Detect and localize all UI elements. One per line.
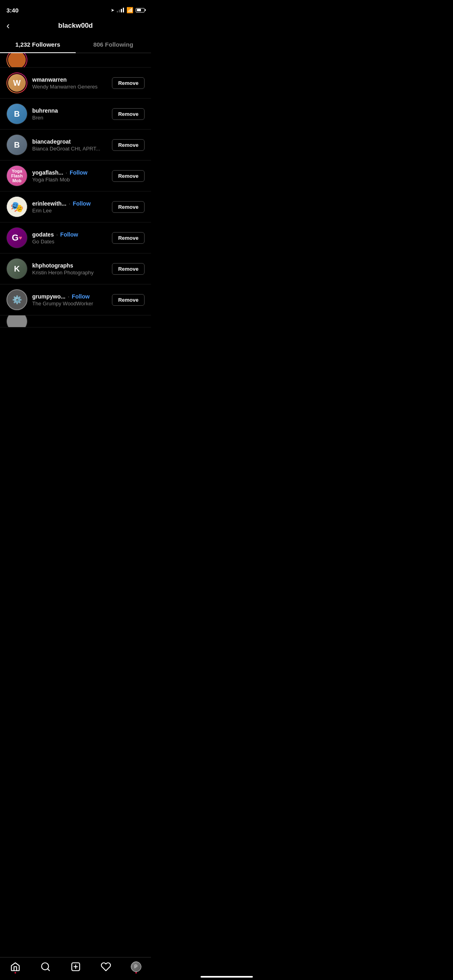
follower-list: W wmanwarren Wendy Manwarren Generes Rem… (0, 68, 151, 327)
avatar: K (6, 258, 27, 279)
remove-button[interactable]: Remove (112, 294, 145, 306)
username[interactable]: wmanwarren (32, 76, 67, 83)
follow-button[interactable]: Follow (60, 231, 78, 238)
list-item: G♥ godates · Follow Go Dates Remove (0, 222, 151, 253)
location-icon: ➤ (111, 8, 114, 13)
full-name: Wendy Manwarren Generes (32, 84, 107, 90)
battery-icon (136, 8, 145, 12)
username[interactable]: yogaflash... (32, 169, 63, 176)
follow-button[interactable]: Follow (73, 200, 91, 207)
list-item: W wmanwarren Wendy Manwarren Generes Rem… (0, 68, 151, 99)
full-name: The Grumpy WoodWorker (32, 301, 107, 307)
signal-icon (117, 8, 124, 12)
list-item: Yoga Flash Mob yogaflash... · Follow Yog… (0, 161, 151, 191)
full-name: Erin Lee (32, 208, 107, 214)
avatar: Yoga Flash Mob (6, 165, 27, 186)
user-info: biancadegroat Bianca DeGroat CHt, APRT..… (32, 138, 107, 152)
username[interactable]: buhrenna (32, 107, 58, 114)
page-title: blackw00d (58, 22, 93, 30)
remove-button[interactable]: Remove (112, 263, 145, 275)
avatar: 🎭 (6, 196, 27, 217)
avatar: G♥ (6, 227, 27, 248)
follow-button[interactable]: Follow (72, 293, 89, 300)
username[interactable]: grumpywo... (32, 293, 65, 300)
remove-button[interactable]: Remove (112, 77, 145, 89)
list-item: B buhrenna Bren Remove (0, 99, 151, 130)
status-icons: ➤ 📶 (111, 7, 145, 13)
wifi-icon: 📶 (126, 7, 133, 13)
remove-button[interactable]: Remove (112, 201, 145, 213)
tabs-container: 1,232 Followers 806 Following (0, 36, 151, 53)
list-item: B biancadegroat Bianca DeGroat CHt, APRT… (0, 130, 151, 161)
full-name: Kristin Heron Photography (32, 270, 107, 276)
list-item: K khphotographs Kristin Heron Photograph… (0, 253, 151, 284)
back-button[interactable]: ‹ (6, 20, 10, 31)
full-name: Bren (32, 115, 107, 121)
list-item: ⚙️ grumpywo... · Follow The Grumpy WoodW… (0, 284, 151, 315)
username[interactable]: erinleewith... (32, 200, 66, 207)
username[interactable]: khphotographs (32, 262, 73, 269)
follow-button[interactable]: Follow (70, 169, 87, 176)
avatar: ⚙️ (6, 289, 27, 310)
tab-followers[interactable]: 1,232 Followers (0, 36, 76, 53)
tab-following[interactable]: 806 Following (76, 36, 151, 53)
user-info: khphotographs Kristin Heron Photography (32, 262, 107, 276)
user-info: wmanwarren Wendy Manwarren Generes (32, 76, 107, 90)
partial-bottom-item (0, 315, 151, 327)
username[interactable]: biancadegroat (32, 138, 71, 145)
avatar: B (6, 103, 27, 124)
user-info: grumpywo... · Follow The Grumpy WoodWork… (32, 293, 107, 307)
list-item: 🎭 erinleewith... · Follow Erin Lee Remov… (0, 191, 151, 222)
username[interactable]: godates (32, 231, 54, 238)
user-info: erinleewith... · Follow Erin Lee (32, 200, 107, 214)
status-bar: 3:40 ➤ 📶 (0, 0, 151, 18)
partial-follower-item (0, 53, 151, 68)
header: ‹ blackw00d (0, 18, 151, 36)
user-info: godates · Follow Go Dates (32, 231, 107, 245)
remove-button[interactable]: Remove (112, 170, 145, 182)
user-info: yogaflash... · Follow Yoga Flash Mob (32, 169, 107, 183)
user-info: buhrenna Bren (32, 107, 107, 121)
remove-button[interactable]: Remove (112, 108, 145, 120)
full-name: Go Dates (32, 239, 107, 245)
remove-button[interactable]: Remove (112, 232, 145, 244)
full-name: Yoga Flash Mob (32, 177, 107, 183)
full-name: Bianca DeGroat CHt, APRT... (32, 146, 107, 152)
status-time: 3:40 (6, 7, 19, 14)
avatar: B (6, 134, 27, 155)
remove-button[interactable]: Remove (112, 139, 145, 151)
avatar: W (6, 72, 27, 93)
